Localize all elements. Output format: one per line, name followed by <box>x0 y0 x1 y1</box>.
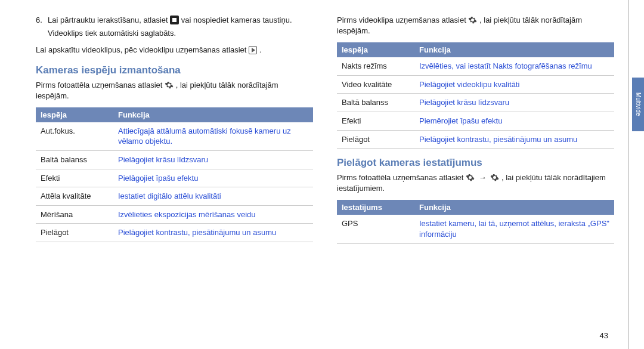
step-number: 6. <box>36 15 48 26</box>
th-function: Funkcija <box>414 200 614 215</box>
table-row: GPSIestatiet kameru, lai tā, uzņemot att… <box>337 215 614 243</box>
playback-text-before: Lai apskatītu videoklipus, pēc videoklip… <box>36 45 249 54</box>
option-cell: Nakts režīms <box>337 57 414 75</box>
table-row: Baltā balanssPielāgojiet krāsu līdzsvaru <box>36 151 313 169</box>
th-function: Funkcija <box>414 42 614 57</box>
settings-intro-before: Pirms fotoattēla uzņemšanas atlasiet <box>337 173 466 182</box>
table-row: Baltā balanssPielāgojiet krāsu līdzsvaru <box>337 94 614 112</box>
table-header-row: Iestatījums Funkcija <box>337 200 614 215</box>
step-6: 6. Lai pārtrauktu ierakstīšanu, atlasiet… <box>36 15 313 39</box>
function-cell: Izvēlieties ekspozīcijas mērīšanas veidu <box>113 205 313 224</box>
table-header-row: Iespēja Funkcija <box>36 107 313 122</box>
gear-icon <box>490 173 499 182</box>
content-columns: 6. Lai pārtrauktu ierakstīšanu, atlasiet… <box>36 15 614 250</box>
function-cell: Pielāgojiet īpašu efektu <box>113 169 313 187</box>
function-cell: Iestatiet kameru, lai tā, uzņemot attēlu… <box>414 215 614 243</box>
option-cell: Efekti <box>36 169 113 187</box>
option-cell: Baltā balanss <box>36 151 113 169</box>
gear-icon <box>468 16 477 24</box>
function-cell: Izvēlēties, vai iestatīt Nakts fotografē… <box>414 57 614 75</box>
left-column: 6. Lai pārtrauktu ierakstīšanu, atlasiet… <box>36 15 313 250</box>
option-cell: Attēla kvalitāte <box>36 187 113 206</box>
video-options-table: Iespēja Funkcija Nakts režīmsIzvēlēties,… <box>337 42 614 149</box>
step-text-before: Lai pārtrauktu ierakstīšanu, atlasiet <box>48 16 170 24</box>
function-cell: Pielāgojiet kontrastu, piesātinājumu un … <box>113 224 313 242</box>
gear-icon <box>466 173 475 182</box>
step-text: Lai pārtrauktu ierakstīšanu, atlasiet va… <box>48 15 292 26</box>
function-cell: Pielāgojiet krāsu līdzsvaru <box>414 94 614 112</box>
option-cell: Mērīšana <box>36 205 113 224</box>
table-header-row: Iespēja Funkcija <box>337 42 614 57</box>
arrow-icon: → <box>477 172 488 183</box>
table-row: MērīšanaIzvēlieties ekspozīcijas mērīšan… <box>36 205 313 224</box>
video-options-intro: Pirms videoklipa uzņemšanas atlasiet , l… <box>337 15 614 36</box>
option-cell: Pielāgot <box>36 224 113 242</box>
page-number: 43 <box>600 331 608 340</box>
function-cell: Pielāgojiet krāsu līdzsvaru <box>113 151 313 169</box>
function-cell: Pielāgojiet kontrastu, piesātinājumu un … <box>414 130 614 149</box>
function-cell: Pielāgojiet videoklipu kvalitāti <box>414 75 614 94</box>
option-cell: Baltā balanss <box>337 94 414 112</box>
th-option: Iespēja <box>337 42 414 57</box>
playback-text-after: . <box>259 45 262 54</box>
step-text-after: vai nospiediet kameras taustiņu. <box>181 16 292 24</box>
table-row: PielāgotPielāgojiet kontrastu, piesātinā… <box>36 224 313 242</box>
table-row: PielāgotPielāgojiet kontrastu, piesātinā… <box>337 130 614 149</box>
camera-options-intro: Pirms fotoattēla uzņemšanas atlasiet , l… <box>36 80 313 101</box>
side-line <box>628 0 629 349</box>
camera-settings-table: Iestatījums Funkcija GPSIestatiet kameru… <box>337 200 614 243</box>
gear-icon <box>165 81 174 89</box>
option-cell: Efekti <box>337 112 414 131</box>
option-cell: Pielāgot <box>337 130 414 149</box>
option-cell: GPS <box>337 215 414 243</box>
table-row: Nakts režīmsIzvēlēties, vai iestatīt Nak… <box>337 57 614 75</box>
right-column: Pirms videoklipa uzņemšanas atlasiet , l… <box>337 15 614 250</box>
stop-icon <box>170 16 179 24</box>
playback-para: Lai apskatītu videoklipus, pēc videoklip… <box>36 45 313 55</box>
camera-options-table: Iespēja Funkcija Aut.fokus.Attiecīgajā a… <box>36 107 313 242</box>
table-row: EfektiPiemērojiet īpašu efektu <box>337 112 614 131</box>
function-cell: Piemērojiet īpašu efektu <box>414 112 614 131</box>
table-row: EfektiPielāgojiet īpašu efektu <box>36 169 313 187</box>
heading-camera-settings: Pielāgot kameras iestatījumus <box>337 157 614 169</box>
table-row: Video kvalitātePielāgojiet videoklipu kv… <box>337 75 614 94</box>
th-setting: Iestatījums <box>337 200 414 215</box>
th-option: Iespēja <box>36 107 113 122</box>
video-intro-before: Pirms videoklipa uzņemšanas atlasiet <box>337 16 468 24</box>
th-function: Funkcija <box>113 107 313 122</box>
table-row: Aut.fokus.Attiecīgajā attālumā automātis… <box>36 122 313 151</box>
intro-before: Pirms fotoattēla uzņemšanas atlasiet <box>36 81 165 89</box>
option-cell: Aut.fokus. <box>36 122 113 151</box>
camera-settings-intro: Pirms fotoattēla uzņemšanas atlasiet → ,… <box>337 172 614 194</box>
option-cell: Video kvalitāte <box>337 75 414 94</box>
table-row: Attēla kvalitāteIestatiet digitālo attēl… <box>36 187 313 206</box>
function-cell: Attiecīgajā attālumā automātiski fokusē … <box>113 122 313 151</box>
play-icon <box>249 46 257 54</box>
side-tab: Multivide <box>632 78 644 131</box>
step-subtext: Videoklips tiek automātiski saglabāts. <box>48 28 313 39</box>
heading-camera-options: Kameras iespēju izmantošana <box>36 64 313 76</box>
function-cell: Iestatiet digitālo attēlu kvalitāti <box>113 187 313 206</box>
